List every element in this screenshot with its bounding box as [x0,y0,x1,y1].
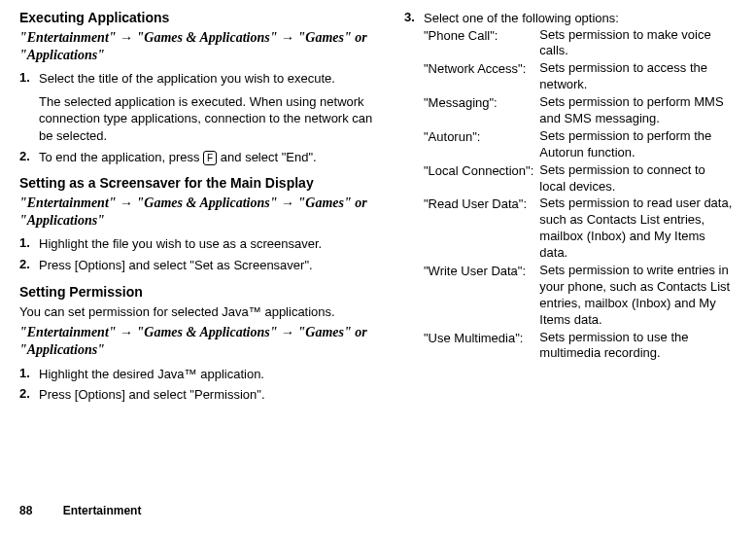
step-item: 2. Press [Options] and select "Permissio… [19,386,377,404]
permission-options-table: "Phone Call": Sets permission to make vo… [424,27,735,364]
section-executing-applications: Executing Applications "Entertainment" →… [19,10,377,165]
option-row: "Phone Call": Sets permission to make vo… [424,27,735,61]
column-left: Executing Applications "Entertainment" →… [19,10,377,413]
nav-segment: "Entertainment" [19,325,117,339]
option-label: "Local Connection": [424,162,539,196]
steps-permission: 1. Highlight the desired Java™ applicati… [19,366,377,404]
column-right: 3. Select one of the following options: … [404,10,735,413]
option-row: "Write User Data": Sets permission to wr… [424,263,735,330]
step-item: 3. Select one of the following options: … [404,10,735,363]
steps-screensaver: 1. Highlight the file you wish to use as… [19,235,377,273]
nav-segment: "Games & Applications" [137,30,278,45]
step-number: 2. [19,257,39,274]
step-item: 2. To end the application, press F and s… [19,149,377,166]
step-item: 1. Highlight the desired Java™ applicati… [19,366,377,383]
option-desc: Sets permission to write entries in your… [539,263,735,330]
option-label: "Messaging": [424,94,539,128]
step-item: 2. Press [Options] and select "Set as Sc… [19,257,377,274]
step-text: Press [Options] and select "Permission". [39,386,377,404]
step-text: Select the title of the application you … [39,71,335,86]
step-text: Press [Options] and select "Set as Scree… [39,257,377,274]
option-label: "Phone Call": [424,27,539,61]
option-desc: Sets permission to use the multimedia re… [539,330,735,364]
option-desc: Sets permission to access the network. [539,60,735,94]
nav-segment: "Entertainment" [19,195,117,210]
step-description: The selected application is executed. Wh… [39,93,377,145]
option-label: "Read User Data": [424,195,539,263]
arrow-icon: → [281,195,294,210]
option-row: "Messaging": Sets permission to perform … [424,94,735,128]
arrow-icon: → [120,195,133,210]
option-row: "Local Connection": Sets permission to c… [424,162,735,196]
step-item: 1. Select the title of the application y… [19,70,377,144]
arrow-icon: → [120,30,133,45]
option-desc: Sets permission to connect to local devi… [539,162,735,196]
step-number: 2. [19,386,39,404]
nav-path-screensaver: "Entertainment" → "Games & Applications"… [19,195,377,230]
option-label: "Network Access": [424,60,539,94]
nav-segment: "Games & Applications" [137,325,278,339]
step-number: 1. [19,70,39,144]
arrow-icon: → [281,30,294,45]
steps-executing: 1. Select the title of the application y… [19,70,377,165]
center-key-icon: F [203,151,217,165]
footer-title: Entertainment [63,504,142,517]
step-text: Highlight the desired Java™ application. [39,366,377,383]
step-number: 1. [19,235,39,253]
nav-segment: "Entertainment" [19,30,117,45]
option-desc: Sets permission to make voice calls. [539,27,735,61]
heading-screensaver: Setting as a Screensaver for the Main Di… [19,175,377,191]
step-text-post: and select "End". [217,150,316,164]
nav-segment: "Games & Applications" [137,195,278,210]
section-permission: Setting Permission You can set permissio… [19,284,377,404]
option-desc: Sets permission to perform the Autorun f… [539,128,735,162]
nav-path-executing: "Entertainment" → "Games & Applications"… [19,29,377,64]
step-number: 1. [19,366,39,383]
step-text-pre: To end the application, press [39,150,203,164]
option-row: "Autorun": Sets permission to perform th… [424,128,735,162]
steps-permission-options: 3. Select one of the following options: … [404,10,735,363]
step-text: Select one of the following options: [424,11,619,25]
page-content: Executing Applications "Entertainment" →… [0,0,756,413]
step-number: 2. [19,149,39,166]
option-desc: Sets permission to perform MMS and SMS m… [539,94,735,128]
option-label: "Autorun": [424,128,539,162]
step-number: 3. [404,10,424,363]
page-footer: 88 Entertainment [19,504,141,517]
section-screensaver: Setting as a Screensaver for the Main Di… [19,175,377,273]
step-body: Select the title of the application you … [39,70,377,144]
step-body: Select one of the following options: "Ph… [424,10,735,363]
arrow-icon: → [120,325,133,339]
arrow-icon: → [281,325,294,339]
heading-permission: Setting Permission [19,284,377,300]
option-row: "Use Multimedia": Sets permission to use… [424,330,735,364]
option-desc: Sets permission to read user data, such … [539,195,735,263]
step-text: Highlight the file you wish to use as a … [39,235,377,253]
permission-intro: You can set permission for selected Java… [19,303,377,321]
step-body: To end the application, press F and sele… [39,149,377,166]
step-item: 1. Highlight the file you wish to use as… [19,235,377,253]
option-label: "Write User Data": [424,263,539,330]
option-row: "Network Access": Sets permission to acc… [424,60,735,94]
page-number: 88 [19,504,32,517]
nav-path-permission: "Entertainment" → "Games & Applications"… [19,324,377,359]
heading-executing: Executing Applications [19,10,377,25]
option-row: "Read User Data": Sets permission to rea… [424,195,735,263]
option-label: "Use Multimedia": [424,330,539,364]
